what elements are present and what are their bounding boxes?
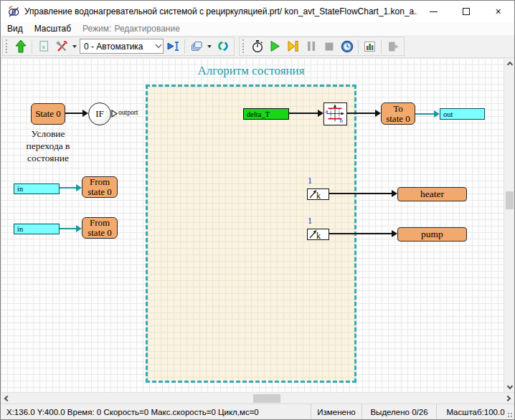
step-button[interactable] bbox=[285, 38, 301, 54]
play-icon bbox=[270, 40, 280, 52]
pause-icon bbox=[306, 41, 316, 52]
pause-button bbox=[303, 38, 319, 54]
chevron-down-icon bbox=[154, 44, 163, 49]
up-arrow-icon bbox=[14, 39, 27, 53]
chart-icon bbox=[364, 41, 376, 52]
link-state0-if[interactable] bbox=[65, 113, 83, 114]
status-selected-count: Выделено 0/26 bbox=[362, 404, 436, 419]
outport-label[interactable]: outport bbox=[118, 109, 138, 116]
toolbar: s 0 - Автоматика bbox=[1, 35, 514, 58]
gain2-coefficient[interactable]: 1 bbox=[308, 216, 312, 226]
diagram-canvas[interactable]: Алгоритм состояния State 0 IF outport Ус… bbox=[1, 58, 514, 392]
toolbar-separator bbox=[358, 39, 359, 54]
step-icon bbox=[287, 40, 299, 52]
close-icon: × bbox=[495, 6, 501, 16]
link-gain1-heater[interactable] bbox=[329, 193, 392, 194]
toolbar-group-main: s 0 - Автоматика bbox=[2, 37, 235, 56]
toolbar-grip[interactable] bbox=[242, 39, 245, 53]
horizontal-scrollbar[interactable] bbox=[1, 392, 514, 404]
chevron-left-icon bbox=[4, 396, 10, 401]
status-modified: Изменено bbox=[311, 404, 362, 419]
tools-dropdown-caret[interactable] bbox=[72, 45, 77, 48]
link-relay-tostate[interactable] bbox=[347, 113, 376, 114]
chevron-right-icon bbox=[505, 396, 511, 401]
minimize-button[interactable] bbox=[417, 1, 450, 22]
gain-icon: k bbox=[308, 229, 329, 239]
app-window: Управление водонагревательной системой с… bbox=[0, 0, 515, 420]
go-up-button[interactable] bbox=[12, 38, 29, 54]
script-button[interactable]: s bbox=[35, 38, 52, 54]
block-delta-t[interactable]: delta_T bbox=[243, 108, 289, 120]
init-button[interactable] bbox=[249, 38, 265, 54]
arrowhead bbox=[375, 110, 381, 117]
outport-port-icon[interactable] bbox=[111, 110, 118, 118]
block-relay[interactable]: a b bbox=[323, 102, 347, 125]
mode-value: Редактирование bbox=[114, 24, 179, 34]
scroll-up-button[interactable] bbox=[504, 58, 514, 68]
layers-dropdown-caret[interactable] bbox=[207, 45, 212, 48]
layers-button[interactable] bbox=[188, 38, 204, 54]
script-icon: s bbox=[38, 40, 49, 52]
refresh-button[interactable] bbox=[214, 38, 231, 54]
run-cursor-button[interactable] bbox=[165, 38, 181, 54]
block-heater[interactable]: heater bbox=[397, 187, 467, 201]
run-cursor-icon bbox=[167, 41, 179, 52]
block-out[interactable]: out bbox=[440, 108, 485, 120]
chart-button[interactable] bbox=[362, 38, 378, 54]
close-button[interactable]: × bbox=[482, 1, 514, 22]
arrowhead bbox=[318, 110, 323, 117]
scroll-down-button[interactable] bbox=[504, 382, 514, 392]
status-bar: X:136.0 Y:400.0 Время: 0 Скорость=0 Макс… bbox=[1, 404, 514, 419]
block-from-state0-2[interactable]: From state 0 bbox=[82, 217, 118, 239]
arrowhead bbox=[392, 230, 397, 237]
link-in1-fromstate[interactable] bbox=[60, 187, 77, 188]
horizontal-scroll-thumb[interactable] bbox=[253, 394, 280, 403]
stop-button bbox=[321, 38, 337, 54]
tools-button[interactable] bbox=[53, 38, 70, 54]
block-to-state0[interactable]: To state 0 bbox=[381, 102, 415, 125]
arrowhead bbox=[82, 110, 88, 117]
toolbar-separator bbox=[381, 39, 382, 54]
svg-text:k: k bbox=[316, 191, 321, 200]
block-pump[interactable]: pump bbox=[397, 227, 467, 242]
menu-view[interactable]: Вид bbox=[1, 24, 29, 34]
link-deltat-relay[interactable] bbox=[289, 113, 318, 114]
timer-button[interactable] bbox=[339, 38, 355, 54]
block-in-1[interactable]: in bbox=[14, 183, 60, 194]
mode-combobox-value: 0 - Автоматика bbox=[84, 42, 154, 52]
block-if[interactable]: IF bbox=[88, 102, 111, 125]
toolbar-group-simulation bbox=[239, 37, 405, 56]
scroll-right-button[interactable] bbox=[504, 393, 514, 404]
resize-grip[interactable] bbox=[507, 412, 513, 418]
run-button[interactable] bbox=[267, 38, 283, 54]
region-title[interactable]: Алгоритм состояния bbox=[146, 64, 356, 78]
minimize-icon bbox=[430, 11, 438, 12]
arrowhead bbox=[392, 190, 397, 197]
link-tostate-out[interactable] bbox=[415, 113, 435, 115]
toolbar-grip[interactable] bbox=[6, 39, 9, 53]
refresh-icon bbox=[217, 41, 229, 52]
stop-icon bbox=[324, 42, 334, 52]
menu-scale[interactable]: Масштаб bbox=[29, 24, 77, 34]
scroll-left-button[interactable] bbox=[1, 393, 11, 404]
condition-note[interactable]: Условие перехода в состояние bbox=[12, 128, 84, 164]
vertical-scroll-thumb[interactable] bbox=[506, 191, 514, 209]
link-gain2-pump[interactable] bbox=[329, 233, 392, 234]
block-state0[interactable]: State 0 bbox=[31, 103, 65, 125]
svg-text:s: s bbox=[42, 43, 45, 50]
block-from-state0-1[interactable]: From state 0 bbox=[82, 176, 118, 198]
maximize-button[interactable] bbox=[450, 1, 482, 22]
vertical-scrollbar[interactable] bbox=[504, 58, 514, 392]
block-gain-1[interactable]: k bbox=[307, 188, 329, 200]
status-position-info: X:136.0 Y:400.0 Время: 0 Скорость=0 Макс… bbox=[1, 404, 311, 419]
block-in-2[interactable]: in bbox=[14, 224, 60, 234]
mode-label: Режим: bbox=[82, 24, 111, 34]
gain1-coefficient[interactable]: 1 bbox=[308, 176, 312, 186]
svg-text:a: a bbox=[326, 108, 329, 115]
arrowhead bbox=[76, 225, 82, 232]
mode-combobox[interactable]: 0 - Автоматика bbox=[80, 39, 164, 54]
window-title: Управление водонагревательной системой с… bbox=[24, 6, 417, 16]
toolbar-separator bbox=[32, 39, 32, 54]
block-gain-2[interactable]: k bbox=[307, 229, 329, 240]
link-in2-fromstate[interactable] bbox=[60, 228, 77, 229]
